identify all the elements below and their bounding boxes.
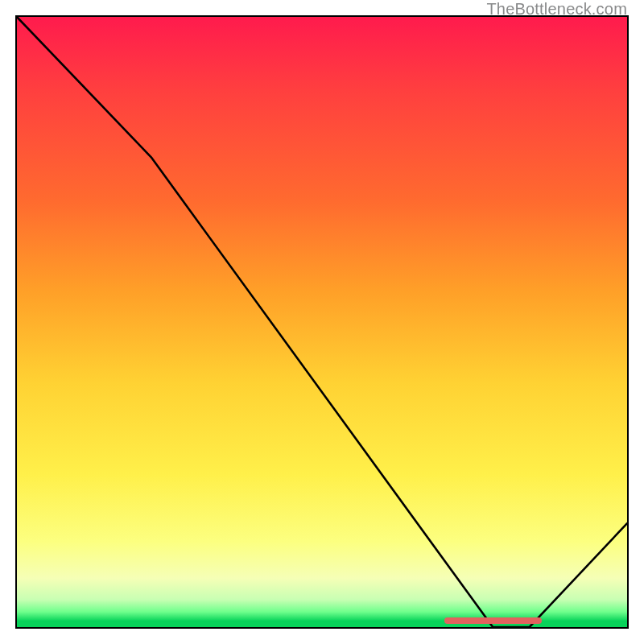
bottleneck-curve-svg	[17, 17, 627, 627]
plot-area	[15, 15, 629, 629]
bottleneck-curve-path	[17, 17, 627, 627]
chart-stage: TheBottleneck.com	[0, 0, 644, 644]
optimal-range-marker	[444, 617, 542, 624]
